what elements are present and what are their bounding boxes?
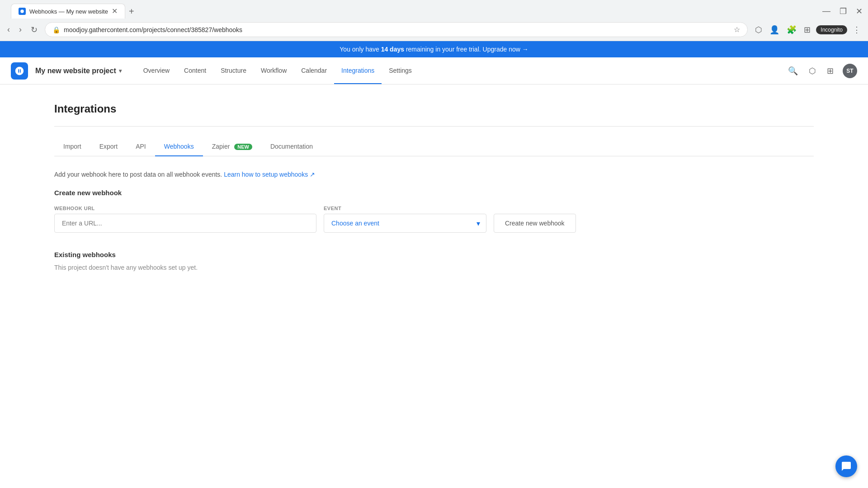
- lock-icon: 🔒: [52, 26, 60, 33]
- browser-titlebar: Webhooks — My new website ✕ + — ❐ ✕: [0, 0, 868, 19]
- back-button[interactable]: ‹: [5, 23, 12, 36]
- minimize-button[interactable]: —: [822, 6, 830, 16]
- browser-chrome: Webhooks — My new website ✕ + — ❐ ✕ ‹ › …: [0, 0, 868, 41]
- close-tab-button[interactable]: ✕: [112, 8, 118, 15]
- splitscreen-icon[interactable]: ⊞: [802, 23, 812, 37]
- window-controls: — ❐ ✕: [822, 6, 863, 16]
- webhook-url-input[interactable]: [54, 214, 316, 233]
- tabs: Import Export API Webhooks Zapier NEW Do…: [54, 137, 814, 156]
- no-webhooks-text: This project doesn't have any webhooks s…: [54, 264, 814, 271]
- user-avatar[interactable]: ST: [843, 64, 857, 78]
- browser-tab[interactable]: Webhooks — My new website ✕: [11, 4, 125, 19]
- tab-bar: Webhooks — My new website ✕ +: [5, 4, 143, 19]
- url-input[interactable]: [64, 26, 730, 33]
- close-button[interactable]: ✕: [856, 6, 863, 16]
- extensions-icon[interactable]: ⬡: [753, 23, 764, 37]
- reload-button[interactable]: ↻: [29, 23, 39, 37]
- trial-prefix: You only have: [340, 46, 381, 53]
- page-title: Integrations: [54, 103, 814, 115]
- grid-button[interactable]: ⊞: [825, 64, 835, 78]
- trial-days: 14 days: [381, 46, 404, 53]
- tab-webhooks[interactable]: Webhooks: [155, 137, 203, 156]
- trial-suffix: remaining in your free trial. Upgrade no…: [404, 46, 528, 53]
- export-button[interactable]: ⬡: [807, 64, 818, 78]
- project-dropdown-icon: ▾: [119, 68, 122, 74]
- webhook-form: WEBHOOK URL EVENT Choose an event ▾ Crea…: [54, 206, 814, 233]
- maximize-button[interactable]: ❐: [840, 6, 847, 16]
- forward-button[interactable]: ›: [17, 23, 24, 36]
- event-select[interactable]: Choose an event: [324, 214, 486, 233]
- nav-integrations[interactable]: Integrations: [334, 57, 382, 84]
- existing-webhooks-title: Existing webhooks: [54, 251, 814, 258]
- create-section-title: Create new webhook: [54, 189, 814, 197]
- event-group: EVENT Choose an event ▾: [324, 206, 486, 233]
- tab-import[interactable]: Import: [54, 137, 90, 156]
- zapier-new-badge: NEW: [234, 144, 252, 150]
- search-button[interactable]: 🔍: [786, 64, 800, 78]
- incognito-badge: Incognito: [816, 25, 847, 34]
- app-logo[interactable]: [11, 62, 28, 80]
- bookmark-icon[interactable]: ☆: [734, 25, 740, 34]
- nav-overview[interactable]: Overview: [136, 57, 177, 84]
- address-bar-row: ‹ › ↻ 🔒 ☆ ⬡ 👤 🧩 ⊞ Incognito ⋮: [0, 19, 868, 41]
- tab-api[interactable]: API: [127, 137, 155, 156]
- nav-calendar[interactable]: Calendar: [294, 57, 334, 84]
- app-header: My new website project ▾ Overview Conten…: [0, 57, 868, 84]
- event-label: EVENT: [324, 206, 486, 211]
- webhook-url-label: WEBHOOK URL: [54, 206, 316, 211]
- page-content: Integrations Import Export API Webhooks …: [0, 84, 868, 289]
- nav-structure[interactable]: Structure: [213, 57, 254, 84]
- profile-icon[interactable]: 👤: [768, 23, 781, 37]
- logo-icon: [14, 66, 24, 76]
- toolbar-icons: ⬡ 👤 🧩 ⊞ Incognito ⋮: [753, 23, 863, 37]
- tab-documentation[interactable]: Documentation: [261, 137, 322, 156]
- project-name[interactable]: My new website project ▾: [35, 67, 122, 75]
- menu-icon[interactable]: ⋮: [851, 23, 863, 37]
- new-tab-button[interactable]: +: [125, 5, 138, 19]
- svg-point-0: [20, 9, 24, 13]
- webhook-url-group: WEBHOOK URL: [54, 206, 316, 233]
- webhooks-description: Add your webhook here to post data on al…: [54, 171, 814, 178]
- tab-export[interactable]: Export: [90, 137, 127, 156]
- puzzle-icon[interactable]: 🧩: [785, 23, 798, 37]
- divider: [54, 126, 814, 127]
- nav-settings[interactable]: Settings: [382, 57, 419, 84]
- nav-content[interactable]: Content: [177, 57, 213, 84]
- nav-workflow[interactable]: Workflow: [254, 57, 294, 84]
- create-webhook-button[interactable]: Create new webhook: [494, 214, 576, 233]
- address-bar[interactable]: 🔒 ☆: [45, 22, 748, 37]
- main-nav: Overview Content Structure Workflow Cale…: [136, 57, 419, 84]
- tab-title: Webhooks — My new website: [29, 8, 108, 15]
- learn-webhooks-link[interactable]: Learn how to setup webhooks ↗: [224, 171, 315, 178]
- address-bar-icons: ☆: [734, 25, 740, 34]
- event-select-wrapper: Choose an event ▾: [324, 214, 486, 233]
- tab-favicon: [19, 8, 26, 15]
- trial-banner: You only have 14 days remaining in your …: [0, 41, 868, 57]
- tab-zapier[interactable]: Zapier NEW: [203, 137, 261, 156]
- header-right: 🔍 ⬡ ⊞ ST: [786, 64, 857, 78]
